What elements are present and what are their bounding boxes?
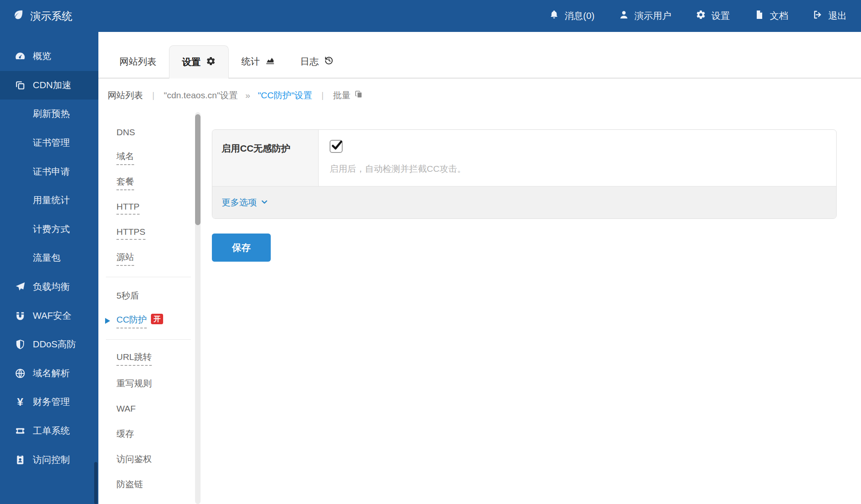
gear-icon <box>696 10 706 22</box>
breadcrumb-site-settings[interactable]: "cdn.teaos.cn"设置 <box>164 89 238 101</box>
tab-stats[interactable]: 统计 <box>229 45 288 78</box>
copy-icon <box>354 90 363 101</box>
submenu-item-label: 5秒盾 <box>116 290 139 302</box>
breadcrumb-batch[interactable]: 批量 <box>333 89 363 101</box>
breadcrumb-separator: | <box>321 90 323 100</box>
save-button[interactable]: 保存 <box>212 234 271 262</box>
tab-label: 网站列表 <box>119 55 156 68</box>
brand[interactable]: 演示系统 <box>0 9 98 23</box>
field-content: 启用后，自动检测并拦截CC攻击。 <box>319 130 836 186</box>
submenu-item-origin[interactable]: 源站 <box>116 246 195 271</box>
chevron-down-icon <box>261 197 268 208</box>
sidebar-item-refresh-preheat[interactable]: 刷新预热 <box>0 100 98 129</box>
submenu-item-waf[interactable]: WAF <box>116 396 195 421</box>
tab-site-list[interactable]: 网站列表 <box>107 45 169 78</box>
submenu-scrollbar-thumb[interactable] <box>195 114 201 225</box>
sidebar-item-traffic-pack[interactable]: 流量包 <box>0 244 98 273</box>
submenu-item-hotlink-protection[interactable]: 防盗链 <box>116 472 195 497</box>
sidebar-item-label: 刷新预热 <box>33 108 70 120</box>
sidebar-item-tickets[interactable]: 工单系统 <box>0 417 98 446</box>
submenu-item-label: 套餐 <box>116 176 134 190</box>
sidebar-item-label: WAF安全 <box>33 310 71 322</box>
submenu-item-label: HTTP <box>116 202 140 215</box>
sidebar-item-cert-apply[interactable]: 证书申请 <box>0 157 98 186</box>
submenu-item-rewrite-rules[interactable]: 重写规则 <box>116 371 195 396</box>
caret-right-icon <box>105 318 110 324</box>
brand-title: 演示系统 <box>30 9 72 23</box>
yen-icon: ¥ <box>13 396 28 407</box>
submenu-item-label: HTTPS <box>116 227 145 240</box>
cc-protection-form: 启用CC无感防护 启用后，自动检测并拦截CC攻击。 更多选项 <box>201 112 861 504</box>
sidebar-item-waf[interactable]: WAF安全 <box>0 301 98 330</box>
submenu-item-label: URL跳转 <box>116 351 152 366</box>
nav-user[interactable]: 演示用户 <box>619 10 671 22</box>
doc-icon <box>754 10 764 22</box>
checkmark-icon <box>331 139 343 151</box>
nav-user-label: 演示用户 <box>634 10 671 22</box>
submenu-item-cache[interactable]: 缓存 <box>116 421 195 446</box>
sidebar-item-label: 证书管理 <box>33 136 70 149</box>
nav-logout[interactable]: 退出 <box>813 10 847 22</box>
sidebar-item-label: CDN加速 <box>33 79 71 92</box>
sidebar-item-ddos[interactable]: DDoS高防 <box>0 330 98 359</box>
ticket-icon <box>13 425 28 436</box>
submenu-item-url-redirect[interactable]: URL跳转 <box>116 346 195 371</box>
nav-docs[interactable]: 文档 <box>754 10 788 22</box>
submenu-item-https[interactable]: HTTPS <box>116 220 195 246</box>
submenu-item-access-auth[interactable]: 访问鉴权 <box>116 446 195 472</box>
more-options-label: 更多选项 <box>222 197 257 208</box>
sidebar-item-cdn[interactable]: CDN加速 <box>0 71 98 100</box>
submenu-item-cc-protection[interactable]: CC防护 开 <box>116 308 195 333</box>
sidebar-item-dns-resolve[interactable]: 域名解析 <box>0 359 98 388</box>
sidebar-item-billing[interactable]: 计费方式 <box>0 215 98 244</box>
sidebar-item-label: 负载均衡 <box>33 281 70 293</box>
tab-logs[interactable]: 日志 <box>288 45 346 78</box>
breadcrumb-site-list[interactable]: 网站列表 <box>108 89 143 101</box>
panel-field-row: 启用CC无感防护 启用后，自动检测并拦截CC攻击。 <box>212 130 836 186</box>
nav-settings[interactable]: 设置 <box>696 10 730 22</box>
app-root: 演示系统 消息(0) 演示用户 设置 文档 退出 <box>0 0 861 504</box>
sidebar-item-cert-manage[interactable]: 证书管理 <box>0 129 98 158</box>
submenu-item-http[interactable]: HTTP <box>116 195 195 220</box>
more-options-link[interactable]: 更多选项 <box>222 197 268 208</box>
clone-icon <box>13 80 28 91</box>
content-row: DNS 域名 套餐 HTTP HTTPS 源站 5秒盾 CC防护 开 URL跳转 <box>98 112 861 504</box>
breadcrumb-batch-label: 批量 <box>333 89 351 101</box>
submenu-item-domain[interactable]: 域名 <box>116 145 195 170</box>
submenu-item-label: 缓存 <box>116 428 134 440</box>
sidebar-item-overview[interactable]: 概览 <box>0 42 98 71</box>
top-bar: 演示系统 消息(0) 演示用户 设置 文档 退出 <box>0 0 861 32</box>
tab-settings[interactable]: 设置 <box>169 45 229 79</box>
id-badge-icon <box>13 454 28 465</box>
breadcrumb-current[interactable]: "CC防护"设置 <box>258 89 312 101</box>
sidebar-item-load-balance[interactable]: 负载均衡 <box>0 273 98 302</box>
panel-more-row: 更多选项 <box>212 186 836 218</box>
cc-protection-checkbox[interactable] <box>330 140 343 153</box>
submenu-item-label: 访问鉴权 <box>116 453 152 465</box>
gauge-icon <box>13 51 28 62</box>
submenu-item-plan[interactable]: 套餐 <box>116 170 195 195</box>
tab-bar: 网站列表 设置 统计 日志 <box>98 32 861 79</box>
sidebar-item-label: 域名解析 <box>33 367 70 380</box>
submenu-divider <box>106 277 191 277</box>
tab-label: 设置 <box>182 56 201 68</box>
submenu-item-label: 域名 <box>116 150 134 165</box>
sidebar-item-finance[interactable]: ¥ 财务管理 <box>0 388 98 417</box>
submenu-item-dns[interactable]: DNS <box>116 120 195 145</box>
magnet-icon <box>13 310 28 321</box>
submenu-item-label: 源站 <box>116 251 134 266</box>
submenu-item-label: 重写规则 <box>116 378 152 389</box>
paper-plane-icon <box>13 281 28 292</box>
sidebar-item-label: 访问控制 <box>33 454 70 466</box>
nav-messages[interactable]: 消息(0) <box>549 10 594 22</box>
sidebar-scrollbar-thumb[interactable] <box>94 462 98 504</box>
submenu-scrollbar[interactable] <box>195 112 201 504</box>
shield-icon <box>13 339 28 350</box>
sidebar-item-usage-stats[interactable]: 用量统计 <box>0 186 98 215</box>
sidebar-item-access-control[interactable]: 访问控制 <box>0 445 98 474</box>
submenu-item-label: 防盗链 <box>116 478 143 490</box>
nav-docs-label: 文档 <box>770 10 788 22</box>
sidebar-item-label: 计费方式 <box>33 223 70 236</box>
globe-icon <box>13 368 28 379</box>
submenu-item-5s-shield[interactable]: 5秒盾 <box>116 283 195 308</box>
